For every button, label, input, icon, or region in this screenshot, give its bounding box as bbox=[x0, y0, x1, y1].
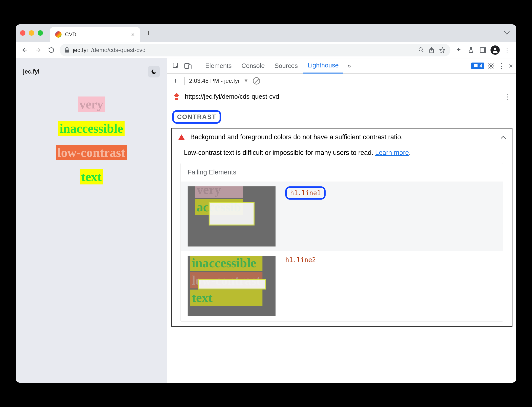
element-selector: h1.line1 bbox=[285, 186, 326, 200]
svg-rect-9 bbox=[188, 65, 191, 69]
reload-button[interactable] bbox=[46, 45, 56, 55]
tabs-more-icon[interactable]: » bbox=[344, 62, 354, 70]
learn-more-link[interactable]: Learn more bbox=[375, 149, 409, 156]
browser-window: CVD × + jec.fyi/demo/cds-quest-cvd bbox=[16, 24, 516, 383]
theme-toggle-button[interactable] bbox=[148, 66, 160, 77]
issues-count: 4 bbox=[479, 63, 482, 69]
svg-point-10 bbox=[490, 65, 492, 67]
audit-description: Low-contrast text is difficult or imposs… bbox=[172, 146, 512, 163]
new-tab-button[interactable]: + bbox=[144, 29, 153, 37]
address-bar[interactable]: jec.fyi/demo/cds-quest-cvd bbox=[60, 44, 450, 56]
failing-element-row[interactable]: very accessib h1.line1 bbox=[181, 182, 503, 251]
browser-tab[interactable]: CVD × bbox=[50, 27, 140, 42]
element-thumbnail: very accessib bbox=[188, 186, 276, 246]
demo-text: very inaccessible low-contrast text bbox=[23, 92, 160, 189]
failing-elements-title: Failing Elements bbox=[181, 163, 503, 182]
tab-title: CVD bbox=[65, 31, 76, 38]
forward-button[interactable] bbox=[33, 45, 43, 55]
tab-strip: CVD × + bbox=[16, 24, 516, 42]
svg-point-6 bbox=[494, 48, 496, 50]
devtools-menu-icon[interactable]: ⋮ bbox=[498, 62, 505, 70]
settings-icon[interactable] bbox=[488, 63, 494, 69]
dropdown-icon[interactable]: ▼ bbox=[244, 78, 248, 84]
devtools-tab-bar: Elements Console Sources Lighthouse » 4 … bbox=[167, 58, 516, 74]
audit-title: Background and foreground colors do not … bbox=[190, 133, 403, 141]
issues-icon bbox=[473, 64, 478, 68]
tab-elements[interactable]: Elements bbox=[201, 58, 236, 74]
tab-console[interactable]: Console bbox=[237, 58, 269, 74]
contrast-section-label: CONTRAST bbox=[172, 110, 221, 124]
extensions-icon[interactable] bbox=[454, 45, 464, 55]
collapse-icon[interactable] bbox=[501, 136, 506, 139]
rendered-page: jec.fyi very inaccessible low-contrast t… bbox=[16, 58, 167, 383]
site-title: jec.fyi bbox=[23, 68, 40, 75]
issues-badge[interactable]: 4 bbox=[471, 63, 484, 69]
lighthouse-body: CONTRAST Background and foreground color… bbox=[167, 105, 516, 383]
audit-header[interactable]: Background and foreground colors do not … bbox=[172, 129, 512, 146]
lighthouse-toolbar: + 2:03:48 PM - jec.fyi ▼ bbox=[167, 74, 516, 88]
device-toggle-icon[interactable] bbox=[182, 63, 194, 69]
traffic-lights bbox=[20, 30, 43, 36]
svg-rect-0 bbox=[65, 50, 69, 53]
lighthouse-icon bbox=[173, 92, 181, 102]
search-icon[interactable] bbox=[418, 47, 424, 53]
lighthouse-report-select[interactable]: 2:03:48 PM - jec.fyi bbox=[189, 77, 239, 84]
lock-icon bbox=[64, 47, 69, 53]
window-close-button[interactable] bbox=[20, 30, 25, 36]
tab-lighthouse[interactable]: Lighthouse bbox=[303, 58, 343, 74]
svg-point-1 bbox=[419, 48, 422, 51]
address-bar-row: jec.fyi/demo/cds-quest-cvd ⋮ bbox=[16, 42, 516, 58]
window-minimize-button[interactable] bbox=[29, 30, 34, 36]
url-path: /demo/cds-quest-cvd bbox=[91, 47, 146, 54]
profile-avatar[interactable] bbox=[490, 45, 500, 55]
share-icon[interactable] bbox=[429, 47, 434, 53]
moon-icon bbox=[151, 68, 157, 75]
labs-icon[interactable] bbox=[466, 45, 476, 55]
svg-rect-5 bbox=[484, 48, 486, 53]
lighthouse-new-report-button[interactable]: + bbox=[171, 77, 180, 85]
tab-favicon bbox=[55, 31, 62, 38]
svg-line-2 bbox=[422, 51, 423, 52]
sidepanel-icon[interactable] bbox=[478, 45, 488, 55]
audit-item: Background and foreground colors do not … bbox=[171, 128, 512, 327]
tab-sources[interactable]: Sources bbox=[270, 58, 302, 74]
bookmark-icon[interactable] bbox=[439, 47, 446, 53]
browser-menu-button[interactable]: ⋮ bbox=[502, 45, 512, 55]
demo-line-4: text bbox=[80, 169, 103, 184]
demo-line-3: low-contrast bbox=[56, 145, 127, 160]
warning-icon bbox=[178, 134, 185, 140]
lighthouse-url-row: https://jec.fyi/demo/cds-quest-cvd ⋮ bbox=[167, 88, 516, 105]
url-host: jec.fyi bbox=[73, 47, 88, 54]
content-row: jec.fyi very inaccessible low-contrast t… bbox=[16, 58, 516, 383]
svg-rect-12 bbox=[175, 97, 178, 98]
tab-close-button[interactable]: × bbox=[131, 31, 135, 38]
back-button[interactable] bbox=[20, 45, 30, 55]
element-thumbnail: inaccessible low-contrast text bbox=[188, 256, 276, 316]
window-maximize-button[interactable] bbox=[38, 30, 43, 36]
demo-line-1: very bbox=[78, 96, 105, 112]
failing-element-row[interactable]: inaccessible low-contrast text h1.line2 bbox=[181, 251, 503, 321]
devtools-close-icon[interactable]: × bbox=[509, 62, 513, 70]
lighthouse-url: https://jec.fyi/demo/cds-quest-cvd bbox=[185, 93, 279, 100]
inspect-icon[interactable] bbox=[171, 63, 181, 69]
lighthouse-report-menu[interactable]: ⋮ bbox=[504, 92, 511, 101]
tabs-overflow-button[interactable] bbox=[504, 31, 512, 35]
element-selector: h1.line2 bbox=[285, 256, 316, 264]
demo-line-2: inaccessible bbox=[58, 121, 125, 136]
failing-elements-box: Failing Elements very accessib h1.line1 bbox=[181, 163, 503, 321]
devtools-panel: Elements Console Sources Lighthouse » 4 … bbox=[167, 58, 516, 383]
toolbar-icons: ⋮ bbox=[454, 45, 512, 55]
clear-icon[interactable] bbox=[253, 77, 260, 85]
